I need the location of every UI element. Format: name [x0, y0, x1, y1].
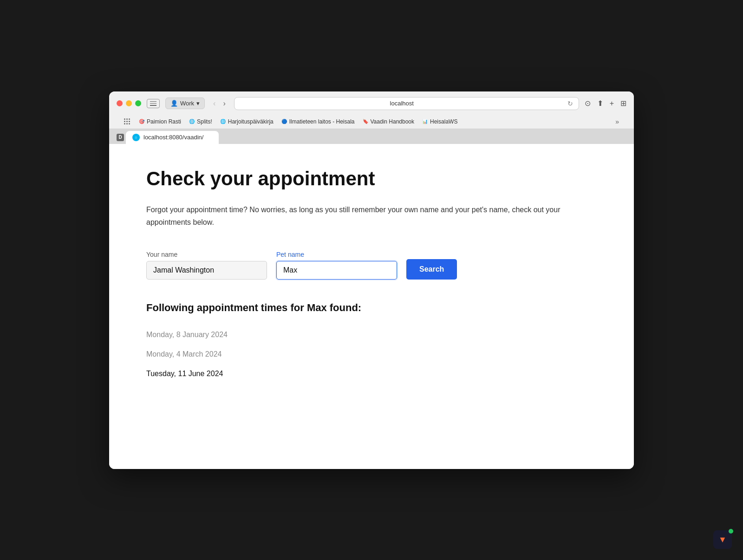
- title-bar: 👤 Work ▾ ‹ › localhost ↻ ⊙ ⬆ + ⊞: [109, 91, 634, 129]
- page-description: Forgot your appointment time? No worries…: [146, 203, 564, 228]
- results-section: Following appointment times for Max foun…: [146, 302, 597, 384]
- results-heading: Following appointment times for Max foun…: [146, 302, 597, 314]
- share-icon[interactable]: ⬆: [597, 99, 603, 108]
- reload-icon[interactable]: ↻: [567, 100, 573, 107]
- bookmark-label: Vaadin Handbook: [371, 118, 415, 125]
- bookmark-label: HeisalaWS: [430, 118, 457, 125]
- name-label: Your name: [146, 251, 267, 258]
- page-title: Check your appointment: [146, 167, 597, 190]
- nav-arrows: ‹ ›: [210, 98, 228, 110]
- new-tab-icon[interactable]: +: [610, 99, 614, 108]
- url-text: localhost: [240, 100, 564, 107]
- bookmarks-bar: 🎯 Paimion Rasti 🌐 Splits! 🌐 Harjoituspäi…: [117, 115, 626, 129]
- profile-label: Work: [180, 100, 194, 107]
- forward-button[interactable]: ›: [220, 98, 228, 110]
- pet-input[interactable]: [276, 261, 397, 280]
- browser-window: 👤 Work ▾ ‹ › localhost ↻ ⊙ ⬆ + ⊞: [109, 91, 634, 469]
- profile-button[interactable]: 👤 Work ▾: [165, 98, 205, 109]
- bookmark-harjoitus[interactable]: 🌐 Harjoituspäiväkirja: [217, 117, 276, 126]
- list-item: Tuesday, 11 June 2024: [146, 364, 597, 384]
- bookmark-label: Splits!: [197, 118, 212, 125]
- chevron-down-icon: ▾: [196, 100, 200, 107]
- name-field-group: Your name: [146, 251, 267, 280]
- list-item: Monday, 4 March 2024: [146, 345, 597, 364]
- appointment-form: Your name Pet name Search: [146, 251, 597, 280]
- heisalaws-favicon: 📊: [422, 118, 428, 125]
- bookmark-vaadin-handbook[interactable]: 🔖 Vaadin Handbook: [359, 117, 417, 126]
- toolbar-right: ⊙ ⬆ + ⊞: [585, 99, 626, 108]
- download-icon[interactable]: ⊙: [585, 99, 591, 108]
- tab-favicon-d: D: [117, 134, 124, 141]
- appointment-list: Monday, 8 January 2024 Monday, 4 March 2…: [146, 325, 597, 384]
- minimize-button[interactable]: [126, 100, 132, 106]
- vaadin-handbook-favicon: 🔖: [362, 118, 369, 125]
- bookmark-label: Harjoituspäiväkirja: [228, 118, 274, 125]
- maximize-button[interactable]: [135, 100, 141, 106]
- list-item: Monday, 8 January 2024: [146, 325, 597, 345]
- bookmark-heisalaws[interactable]: 📊 HeisalaWS: [419, 117, 460, 126]
- tab-url: localhost:8080/vaadin/: [143, 134, 203, 141]
- active-tab[interactable]: ○ localhost:8080/vaadin/: [126, 131, 219, 144]
- url-bar[interactable]: localhost ↻: [234, 97, 579, 110]
- splits-favicon: 🌐: [189, 118, 195, 125]
- vaadin-favicon: ○: [132, 134, 140, 141]
- close-button[interactable]: [117, 100, 123, 106]
- sidebar-toggle-button[interactable]: [147, 99, 160, 108]
- tab-bar: D ○ localhost:8080/vaadin/: [109, 129, 634, 144]
- name-input[interactable]: [146, 261, 267, 280]
- page-content: Check your appointment Forgot your appoi…: [109, 144, 634, 469]
- search-button[interactable]: Search: [406, 259, 457, 280]
- windows-icon[interactable]: ⊞: [620, 99, 626, 108]
- bookmark-label: Paimion Rasti: [147, 118, 181, 125]
- traffic-lights: [117, 100, 141, 106]
- bookmarks-more-button[interactable]: »: [615, 118, 619, 125]
- ilmatieteen-favicon: 🔵: [281, 118, 287, 125]
- pet-field-group: Pet name: [276, 251, 397, 280]
- pet-label: Pet name: [276, 251, 397, 258]
- harjoitus-favicon: 🌐: [220, 118, 226, 125]
- person-icon: 👤: [170, 100, 178, 107]
- bookmark-label: Ilmatieteen laitos - Heisala: [289, 118, 355, 125]
- paimion-favicon: 🎯: [138, 118, 145, 125]
- bookmark-ilmatieteen[interactable]: 🔵 Ilmatieteen laitos - Heisala: [278, 117, 358, 126]
- apps-grid-icon[interactable]: [124, 118, 130, 124]
- bookmark-splits[interactable]: 🌐 Splits!: [186, 117, 215, 126]
- back-button[interactable]: ‹: [210, 98, 218, 110]
- bookmark-paimion-rasti[interactable]: 🎯 Paimion Rasti: [136, 117, 184, 126]
